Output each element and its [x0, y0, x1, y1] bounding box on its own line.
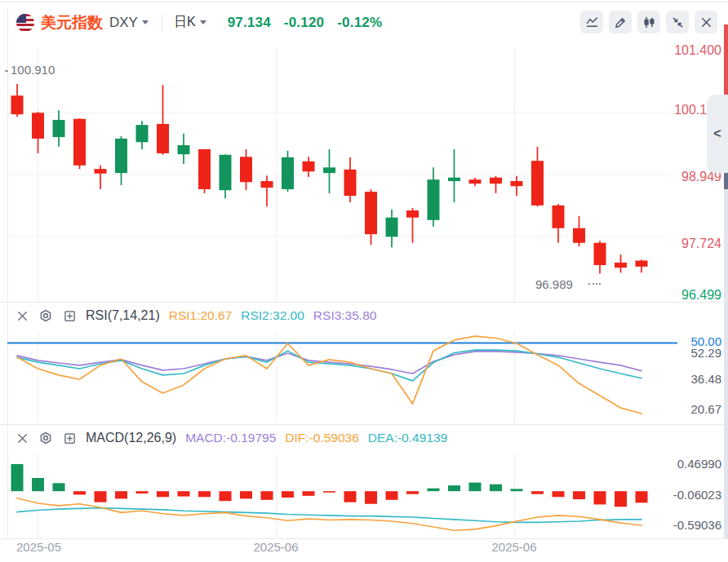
indicator-line-icon: [585, 15, 599, 29]
price-change-pct: -0.12%: [337, 15, 382, 31]
chart-canvas[interactable]: [0, 0, 728, 562]
rsi-title: RSI(7,14,21): [86, 308, 160, 323]
close-icon: [16, 432, 29, 445]
chevron-down-icon[interactable]: [200, 20, 206, 24]
shrink-button[interactable]: [666, 11, 689, 33]
add-square-icon: [64, 432, 76, 445]
price-axis-label: 101.400: [674, 43, 721, 58]
rsi1-value: RSI1:20.67: [169, 308, 233, 323]
rsi-axis-label: 52.29: [690, 346, 721, 361]
low-marker-dots: [588, 283, 601, 285]
close-icon: [16, 310, 29, 322]
rsi-add-button[interactable]: [62, 308, 77, 323]
macd-settings-button[interactable]: [38, 431, 53, 445]
macd-title: MACD(12,26,9): [86, 431, 176, 445]
rsi3-value: RSI3:35.80: [313, 308, 377, 323]
settings-gear-icon: [39, 309, 52, 322]
x-axis-label: 2025-05: [16, 540, 61, 554]
us-flag-icon: [16, 14, 34, 32]
price-axis-label: 96.499: [681, 288, 721, 303]
rsi2-value: RSI2:32.00: [241, 308, 304, 323]
macd-axis-label: -0.59036: [673, 518, 721, 533]
macd-axis-label: 0.46990: [677, 457, 721, 471]
chart-type-button[interactable]: [637, 11, 660, 33]
add-square-icon: [64, 310, 76, 322]
draw-button[interactable]: [609, 11, 632, 33]
macd-value: MACD:-0.19795: [185, 431, 276, 445]
symbol-selector[interactable]: DXY: [109, 15, 138, 31]
symbol-name: 美元指数: [41, 12, 103, 33]
candlestick-icon: [642, 15, 656, 29]
shrink-icon: [671, 15, 685, 29]
period-selector[interactable]: 日K: [174, 14, 196, 31]
scrollbar-segment: [724, 24, 728, 100]
settings-gear-icon: [39, 431, 52, 445]
low-price-marker: 96.989: [535, 277, 573, 291]
close-chart-button[interactable]: [695, 11, 717, 33]
rsi-axis-label: 36.48: [690, 372, 721, 387]
rsi-close-button[interactable]: [15, 308, 29, 323]
macd-close-button[interactable]: [15, 431, 29, 445]
macd-add-button[interactable]: [62, 431, 77, 445]
chart-toolbar: [580, 11, 717, 33]
panel-collapse-handle[interactable]: <: [707, 95, 728, 173]
rsi-pane-header: RSI(7,14,21) RSI1:20.67 RSI2:32.00 RSI3:…: [15, 305, 376, 326]
draw-pencil-icon: [614, 15, 628, 29]
rsi-settings-button[interactable]: [38, 308, 53, 323]
chart-app: 美元指数 DXY 日K 97.134 -0.120 -0.12%: [0, 0, 728, 562]
rsi-axis-label: 20.67: [690, 402, 721, 417]
macd-pane-header: MACD(12,26,9) MACD:-0.19795 DIF:-0.59036…: [15, 427, 447, 449]
macd-axis-label: -0.06023: [673, 488, 721, 502]
last-price: 97.134: [228, 15, 271, 31]
indicator-line-button[interactable]: [580, 11, 603, 33]
divider: [162, 15, 162, 31]
high-marker-dash: [5, 70, 8, 72]
dea-value: DEA:-0.49139: [368, 431, 447, 445]
scrollbar-segment: [724, 189, 728, 538]
dif-value: DIF:-0.59036: [285, 431, 358, 445]
close-icon: [699, 15, 713, 29]
price-axis-label: 97.724: [681, 237, 721, 251]
x-axis-label: 2025-06: [491, 540, 536, 554]
chevron-down-icon[interactable]: [142, 20, 149, 24]
x-axis-label: 2025-06: [253, 540, 298, 554]
price-change: -0.120: [284, 15, 324, 31]
high-price-marker: 100.910: [11, 63, 55, 77]
